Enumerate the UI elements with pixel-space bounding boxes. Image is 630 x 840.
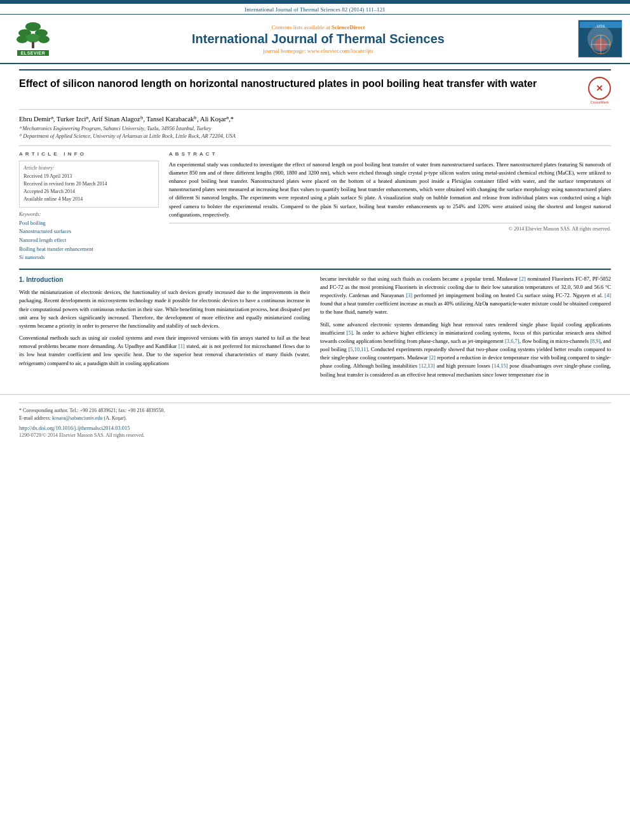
elsevier-label: ELSEVIER xyxy=(17,50,50,56)
main-content: Effect of silicon nanorod length on hori… xyxy=(0,64,630,388)
right-column-abstract: A B S T R A C T An experimental study wa… xyxy=(169,151,611,262)
keyword-5: Si nanorods xyxy=(19,253,159,262)
footer-copyright: 1290-0729/© 2014 Elsevier Masson SAS. Al… xyxy=(19,432,611,438)
keyword-2: Nanostructured surfaces xyxy=(19,227,159,236)
accepted-date: Accepted 26 March 2014 xyxy=(23,188,154,196)
sciencedirect-link-text[interactable]: ScienceDirect xyxy=(332,24,365,30)
footer-divider xyxy=(19,403,611,403)
journal-ref-text: International Journal of Thermal Science… xyxy=(245,6,385,13)
ref-51011-link[interactable]: [5,10,11] xyxy=(348,346,368,352)
svg-rect-6 xyxy=(32,42,34,48)
article-history-label: Article history: xyxy=(23,165,154,171)
keyword-3: Nanorod length effect xyxy=(19,236,159,245)
header-section: ELSEVIER Contents lists available at Sci… xyxy=(0,15,630,64)
ref-89-link[interactable]: [8,9] xyxy=(590,338,600,344)
article-info-box: Article history: Received 19 April 2013 … xyxy=(19,161,159,208)
elsevier-tree-icon xyxy=(16,22,51,50)
keywords-box: Keywords: Pool boiling Nanostructured su… xyxy=(19,211,159,262)
body-section: 1. Introduction With the miniaturization… xyxy=(19,269,611,383)
keyword-4: Boiling heat transfer enhancement xyxy=(19,245,159,254)
svg-point-11 xyxy=(594,38,607,51)
intro-para-4: Still, some advanced electronic systems … xyxy=(320,321,611,379)
ref-1213-link[interactable]: [12,13] xyxy=(419,363,435,369)
revised-date: Received in revised form 20 March 2014 xyxy=(23,180,154,188)
received-date: Received 19 April 2013 xyxy=(23,173,154,180)
journal-homepage: journal homepage: www.elsevier.com/locat… xyxy=(58,48,578,54)
svg-point-5 xyxy=(38,36,50,43)
article-title: Effect of silicon nanorod length on hori… xyxy=(19,77,582,91)
ref-5-link-1[interactable]: [5] xyxy=(347,330,353,336)
svg-text:IJTS: IJTS xyxy=(597,24,605,28)
article-info-abstract-section: A R T I C L E I N F O Article history: R… xyxy=(19,145,611,262)
intro-para-2: Conventional methods such as using air c… xyxy=(19,334,310,368)
svg-point-3 xyxy=(17,36,28,43)
ref-1-link[interactable]: [1] xyxy=(178,343,185,349)
abstract-heading: A B S T R A C T xyxy=(169,151,611,157)
ref-367-link[interactable]: [3,6,7] xyxy=(505,338,519,344)
body-col-right: became inevitable so that using such flu… xyxy=(320,275,611,383)
authors-text: Ebru Demirᵃ, Turker Izciᵃ, Arif Sinan Al… xyxy=(19,116,234,123)
journal-cover-image: IJTS xyxy=(579,20,622,58)
header-center: Contents lists available at ScienceDirec… xyxy=(58,24,578,54)
body-col-left: 1. Introduction With the miniaturization… xyxy=(19,275,310,383)
keyword-1: Pool boiling xyxy=(19,219,159,228)
abstract-text: An experimental study was conducted to i… xyxy=(169,161,611,219)
intro-para-1: With the miniaturization of electronic d… xyxy=(19,288,310,330)
doi-link[interactable]: http://dx.doi.org/10.1016/j.ijthermalsci… xyxy=(19,425,611,431)
abstract-copyright: © 2014 Elsevier Masson SAS. All rights r… xyxy=(169,223,611,232)
svg-point-10 xyxy=(591,35,610,54)
ref-1415-link[interactable]: [14,15] xyxy=(492,363,508,369)
crossmark-area: ✕ CrossMark xyxy=(588,77,611,104)
affiliation-b: ᵇ Department of Applied Science, Univers… xyxy=(19,133,611,140)
corresponding-author-info: * Corresponding author. Tel.: +90 216 48… xyxy=(19,407,611,415)
footer-section: * Corresponding author. Tel.: +90 216 48… xyxy=(0,394,630,442)
left-column: A R T I C L E I N F O Article history: R… xyxy=(19,151,159,262)
authors-section: Ebru Demirᵃ, Turker Izciᵃ, Arif Sinan Al… xyxy=(19,115,611,123)
crossmark-icon: ✕ xyxy=(588,77,611,100)
affiliations: ᵃ Mechatronics Engineering Program, Saba… xyxy=(19,125,611,140)
journal-cover-thumbnail: IJTS xyxy=(578,20,622,58)
elsevier-logo-area: ELSEVIER xyxy=(8,22,58,56)
affiliation-a: ᵃ Mechatronics Engineering Program, Saba… xyxy=(19,125,611,133)
body-two-col: 1. Introduction With the miniaturization… xyxy=(19,275,611,383)
ref-3-link[interactable]: [3] xyxy=(406,292,412,298)
ref-2-link-2[interactable]: [2] xyxy=(429,354,436,361)
keywords-label: Keywords: xyxy=(19,211,159,217)
intro-para-3: became inevitable so that using such flu… xyxy=(320,275,611,317)
available-date: Available online 4 May 2014 xyxy=(23,196,154,203)
homepage-url[interactable]: www.elsevier.com/locate/ijts xyxy=(307,48,373,54)
journal-ref-line: International Journal of Thermal Science… xyxy=(0,4,630,15)
journal-title: International Journal of Thermal Science… xyxy=(58,32,578,46)
introduction-heading: 1. Introduction xyxy=(19,275,310,285)
email-info: E-mail address: kosara@sabanciuniv.edu (… xyxy=(19,415,611,422)
crossmark-label: CrossMark xyxy=(588,100,611,104)
svg-point-4 xyxy=(26,34,40,43)
article-title-section: Effect of silicon nanorod length on hori… xyxy=(19,69,611,110)
author-email[interactable]: kosara@sabanciuniv.edu xyxy=(52,415,103,421)
article-info-heading: A R T I C L E I N F O xyxy=(19,151,159,157)
sciencedirect-line: Contents lists available at ScienceDirec… xyxy=(58,24,578,30)
ref-2-link-1[interactable]: [2] xyxy=(519,276,526,282)
ref-4-link[interactable]: [4] xyxy=(605,292,611,298)
